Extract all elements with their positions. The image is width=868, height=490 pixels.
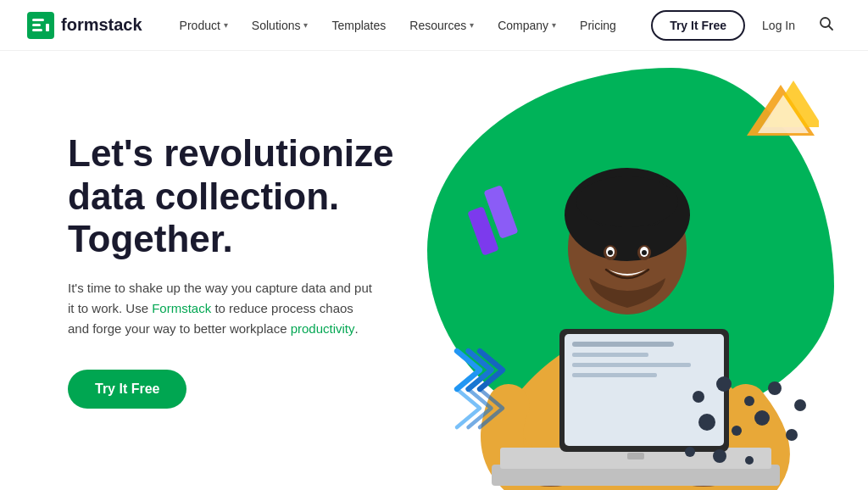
solutions-chevron-icon: ▾ bbox=[303, 20, 308, 30]
svg-point-16 bbox=[732, 426, 742, 436]
svg-rect-2 bbox=[32, 24, 41, 26]
company-chevron-icon: ▾ bbox=[552, 20, 556, 30]
svg-point-17 bbox=[754, 410, 770, 426]
svg-rect-0 bbox=[27, 12, 54, 39]
formstack-brand-link[interactable]: Formstack bbox=[152, 301, 211, 315]
svg-rect-44 bbox=[627, 453, 644, 459]
svg-point-19 bbox=[685, 447, 695, 457]
blue-chevrons-deco bbox=[449, 342, 526, 439]
search-icon[interactable] bbox=[812, 9, 841, 42]
nav-item-solutions[interactable]: Solutions ▾ bbox=[242, 12, 319, 39]
svg-rect-40 bbox=[572, 342, 674, 347]
nav-item-templates[interactable]: Templates bbox=[321, 12, 396, 39]
svg-point-21 bbox=[745, 456, 754, 465]
nav-try-free-button[interactable]: Try It Free bbox=[651, 10, 745, 41]
svg-rect-4 bbox=[46, 24, 49, 31]
svg-rect-43 bbox=[572, 373, 657, 377]
svg-point-15 bbox=[698, 414, 715, 431]
svg-point-11 bbox=[716, 376, 732, 392]
hero-right bbox=[424, 51, 868, 490]
nav-item-resources[interactable]: Resources ▾ bbox=[399, 12, 484, 39]
yellow-triangle-deco bbox=[743, 81, 819, 143]
svg-rect-3 bbox=[32, 29, 42, 31]
svg-point-10 bbox=[693, 391, 704, 403]
nav-login-link[interactable]: Log In bbox=[752, 12, 805, 39]
svg-point-12 bbox=[744, 396, 754, 406]
nav-item-product[interactable]: Product ▾ bbox=[170, 12, 238, 39]
svg-point-32 bbox=[608, 250, 613, 255]
nav-links: Product ▾ Solutions ▾ Templates Resource… bbox=[170, 12, 652, 39]
navbar: formstack Product ▾ Solutions ▾ Template… bbox=[0, 0, 868, 51]
nav-item-company[interactable]: Company ▾ bbox=[487, 12, 566, 39]
svg-point-18 bbox=[786, 429, 798, 441]
dots-deco bbox=[682, 371, 817, 473]
product-chevron-icon: ▾ bbox=[224, 20, 228, 30]
svg-point-13 bbox=[768, 381, 782, 395]
svg-point-20 bbox=[713, 449, 726, 463]
productivity-highlight: productivity bbox=[291, 321, 355, 336]
hero-title: Let's revolutionize data collection. Tog… bbox=[68, 132, 424, 261]
nav-item-pricing[interactable]: Pricing bbox=[570, 12, 626, 39]
hero-left: Let's revolutionize data collection. Tog… bbox=[68, 132, 424, 409]
svg-point-27 bbox=[576, 176, 678, 227]
svg-point-14 bbox=[794, 399, 806, 411]
hero-cta-button[interactable]: Try It Free bbox=[68, 370, 186, 409]
svg-rect-1 bbox=[32, 19, 44, 21]
svg-point-33 bbox=[642, 250, 647, 255]
hero-section: Let's revolutionize data collection. Tog… bbox=[0, 51, 868, 490]
svg-rect-41 bbox=[572, 353, 648, 357]
hero-subtitle: It's time to shake up the way you captur… bbox=[68, 278, 373, 339]
svg-line-6 bbox=[829, 25, 833, 30]
resources-chevron-icon: ▾ bbox=[470, 20, 474, 30]
logo-icon bbox=[27, 12, 54, 39]
nav-actions: Try It Free Log In bbox=[651, 9, 841, 42]
svg-rect-42 bbox=[572, 363, 691, 367]
logo[interactable]: formstack bbox=[27, 12, 142, 39]
logo-text: formstack bbox=[61, 15, 142, 35]
